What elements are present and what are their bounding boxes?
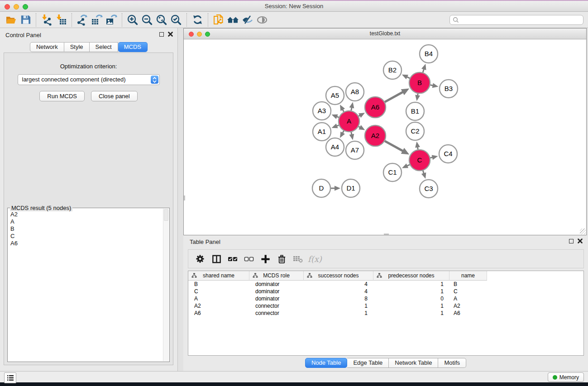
- graph-node-D[interactable]: D: [312, 179, 330, 197]
- graph-node-B[interactable]: B: [409, 72, 430, 93]
- show-eye-button[interactable]: [255, 13, 269, 27]
- import-network-button[interactable]: [39, 13, 54, 27]
- graph-node-A[interactable]: A: [339, 111, 359, 132]
- graph-node-C3[interactable]: C3: [420, 180, 438, 198]
- result-scrollbar[interactable]: [163, 209, 169, 361]
- mcds-result-item[interactable]: A: [10, 218, 160, 225]
- close-panel-icon[interactable]: [578, 238, 583, 243]
- unselect-all-columns-button[interactable]: [241, 251, 257, 267]
- column-header-shared-name[interactable]: shared name: [188, 271, 249, 281]
- graph-node-B1[interactable]: B1: [406, 102, 424, 120]
- close-panel-button[interactable]: Close panel: [91, 91, 138, 101]
- zoom-selected-button[interactable]: [169, 13, 183, 27]
- graph-edge-arrowhead: [335, 186, 340, 191]
- home-view-button[interactable]: [226, 13, 240, 27]
- task-history-button[interactable]: [4, 372, 16, 383]
- delete-table-button[interactable]: [290, 251, 306, 267]
- tab-network-table[interactable]: Network Table: [389, 358, 438, 368]
- delete-table-icon: [292, 254, 304, 264]
- columns-icon: [211, 254, 222, 264]
- network-close-button[interactable]: [189, 32, 194, 37]
- open-session-button[interactable]: [4, 13, 18, 27]
- graph-node-C4[interactable]: C4: [439, 145, 457, 163]
- float-panel-icon[interactable]: [159, 32, 164, 37]
- window-resize-grip[interactable]: [580, 229, 586, 234]
- table-row[interactable]: Adominator80A: [188, 295, 583, 302]
- mcds-result-item[interactable]: C: [10, 233, 160, 240]
- refresh-button[interactable]: [190, 13, 205, 27]
- zoom-window-button[interactable]: [23, 4, 28, 10]
- graph-node-C1[interactable]: C1: [383, 163, 402, 181]
- network-from-file-button[interactable]: [211, 13, 226, 27]
- table-row[interactable]: A2connector11A2: [188, 302, 583, 310]
- float-panel-icon[interactable]: [569, 239, 574, 243]
- mcds-result-item[interactable]: B: [10, 225, 160, 233]
- hide-selected-button[interactable]: [240, 13, 255, 27]
- run-mcds-button[interactable]: Run MCDS: [39, 91, 85, 101]
- mcds-result-item[interactable]: A6: [10, 240, 160, 247]
- tab-edge-table[interactable]: Edge Table: [347, 358, 389, 368]
- graph-node-A4[interactable]: A4: [326, 138, 344, 156]
- column-header-successor-nodes[interactable]: successor nodes: [304, 271, 373, 281]
- table-row[interactable]: Bdominator41B: [188, 281, 583, 288]
- graph-node-A2[interactable]: A2: [365, 125, 386, 146]
- list-icon: [7, 375, 14, 381]
- graph-node-A8[interactable]: A8: [346, 83, 364, 101]
- graph-edge-arrowhead: [421, 172, 426, 179]
- tab-node-table[interactable]: Node Table: [305, 358, 348, 368]
- tab-select[interactable]: Select: [90, 42, 118, 52]
- network-canvas[interactable]: A5A8A3A1A4A7AA6A2B2B4BB3B1C2CC1C4C3DD1: [184, 39, 586, 235]
- network-graph[interactable]: A5A8A3A1A4A7AA6A2B2B4BB3B1C2CC1C4C3DD1: [184, 39, 586, 235]
- graph-node-A5[interactable]: A5: [326, 86, 344, 105]
- graph-node-A6[interactable]: A6: [365, 97, 386, 118]
- mcds-result-list: A2ABCA6: [8, 210, 163, 362]
- close-panel-icon[interactable]: [168, 32, 173, 37]
- network-minimize-button[interactable]: [197, 32, 202, 37]
- graph-node-D1[interactable]: D1: [342, 179, 360, 197]
- show-column-selector-button[interactable]: [208, 251, 225, 267]
- minimize-window-button[interactable]: [14, 4, 19, 10]
- optimization-criterion-select[interactable]: largest connected component (directed): [18, 74, 160, 85]
- svg-text:A3: A3: [318, 107, 326, 114]
- search-input[interactable]: [449, 15, 583, 25]
- table-settings-button[interactable]: [192, 251, 208, 267]
- column-header-mcds-role[interactable]: MCDS role: [249, 271, 304, 281]
- zoom-in-button[interactable]: [125, 13, 140, 27]
- mcds-result-item[interactable]: A2: [10, 211, 160, 218]
- graph-edge-A6-B[interactable]: [385, 92, 403, 102]
- close-window-button[interactable]: [5, 4, 10, 10]
- graph-node-A1[interactable]: A1: [313, 123, 331, 141]
- import-table-button[interactable]: [54, 13, 68, 27]
- graph-node-B4[interactable]: B4: [420, 45, 438, 63]
- create-column-button[interactable]: [257, 251, 273, 267]
- tab-style[interactable]: Style: [64, 42, 90, 52]
- graph-node-C[interactable]: C: [409, 150, 430, 171]
- table-row[interactable]: A6connector11A6: [188, 310, 583, 317]
- export-image-button[interactable]: [104, 13, 119, 27]
- tab-mcds[interactable]: MCDS: [118, 42, 148, 52]
- graph-edge-A2-C[interactable]: [385, 141, 403, 152]
- graph-node-B3[interactable]: B3: [440, 80, 458, 98]
- table-cell: 4: [304, 288, 373, 295]
- graph-node-B2[interactable]: B2: [383, 61, 402, 79]
- zoom-out-button[interactable]: [140, 13, 154, 27]
- zoom-fit-button[interactable]: [154, 13, 169, 27]
- tab-network[interactable]: Network: [30, 42, 64, 52]
- delete-columns-button[interactable]: [273, 251, 290, 267]
- export-table-button[interactable]: [90, 13, 104, 27]
- memory-button[interactable]: Memory: [548, 372, 584, 382]
- tab-motifs[interactable]: Motifs: [438, 358, 466, 368]
- network-zoom-button[interactable]: [205, 32, 210, 37]
- export-network-button[interactable]: [75, 13, 90, 27]
- select-all-columns-button[interactable]: [225, 251, 241, 267]
- table-row[interactable]: Cdominator41C: [188, 288, 583, 295]
- graph-node-C2[interactable]: C2: [406, 122, 424, 140]
- graph-node-A7[interactable]: A7: [346, 141, 364, 159]
- graph-node-A3[interactable]: A3: [313, 102, 331, 120]
- memory-status-icon: [553, 375, 557, 380]
- column-header-predecessor-nodes[interactable]: predecessor nodes: [373, 271, 449, 281]
- table-cell: 1: [304, 302, 373, 310]
- function-builder-button[interactable]: f(x): [308, 254, 322, 264]
- column-header-name[interactable]: name: [449, 271, 487, 281]
- save-session-button[interactable]: [18, 13, 33, 27]
